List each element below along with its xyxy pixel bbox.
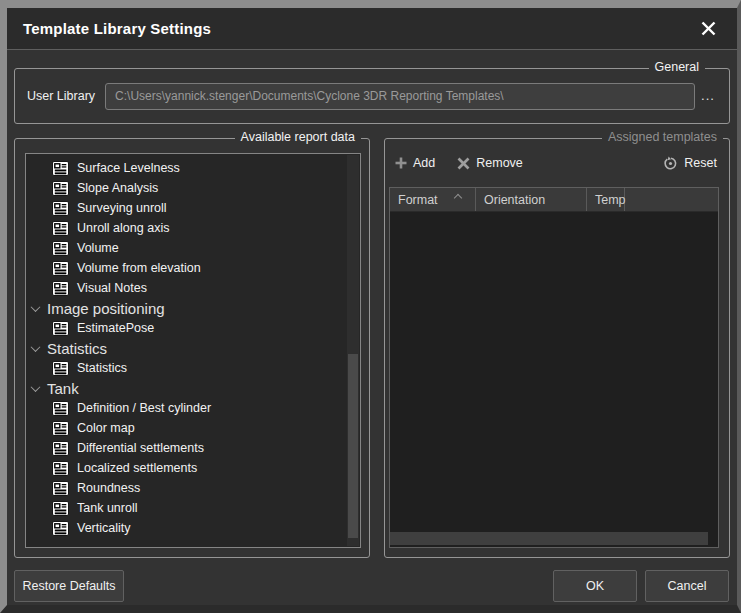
column-header-label: Orientation — [484, 193, 545, 207]
general-group: General User Library ... — [14, 68, 730, 124]
table-column-header[interactable]: Format — [390, 188, 476, 211]
tree-item-label: Volume from elevation — [77, 261, 201, 275]
x-icon — [457, 157, 470, 170]
tree-item-label: Localized settlements — [77, 461, 197, 475]
browse-button[interactable]: ... — [695, 84, 721, 108]
tree-item[interactable]: Slope Analysis — [26, 178, 360, 198]
close-button[interactable] — [695, 16, 721, 42]
report-template-icon — [52, 521, 69, 536]
reset-button[interactable]: Reset — [663, 156, 717, 171]
report-template-icon — [52, 461, 69, 476]
tree-item[interactable]: Unroll along axis — [26, 218, 360, 238]
available-report-data-legend: Available report data — [235, 130, 361, 144]
remove-button[interactable]: Remove — [457, 156, 523, 170]
tree-vertical-scrollbar[interactable] — [347, 155, 359, 546]
close-icon — [700, 20, 717, 37]
reset-button-label: Reset — [684, 156, 717, 170]
cancel-button[interactable]: Cancel — [645, 570, 729, 602]
tree-item[interactable]: EstimatePose — [26, 318, 360, 338]
chevron-down-icon — [31, 302, 41, 312]
tree-item[interactable]: Tank unroll — [26, 498, 360, 518]
tree-item-label: Verticality — [77, 521, 131, 535]
tree-item[interactable]: Surveying unroll — [26, 198, 360, 218]
report-template-icon — [52, 161, 69, 176]
tree-item-label: Statistics — [77, 361, 127, 375]
user-library-label: User Library — [27, 89, 95, 103]
assigned-templates-table: Format Orientation Temp — [389, 187, 719, 548]
sort-ascending-icon — [454, 194, 462, 202]
tree-item-label: Visual Notes — [77, 281, 147, 295]
restore-defaults-button[interactable]: Restore Defaults — [14, 570, 124, 602]
tree-item[interactable]: Color map — [26, 418, 360, 438]
chevron-down-icon — [31, 342, 41, 352]
report-template-icon — [52, 361, 69, 376]
template-library-settings-dialog: Template Library Settings General User L… — [0, 0, 741, 613]
tree-item-label: Unroll along axis — [77, 221, 169, 235]
report-template-icon — [52, 181, 69, 196]
tree-item-label: Color map — [77, 421, 135, 435]
tree-item-label: Definition / Best cylinder — [77, 401, 211, 415]
add-button-label: Add — [413, 156, 435, 170]
tree-item-label: Surveying unroll — [77, 201, 167, 215]
tree-item-label: EstimatePose — [77, 321, 154, 335]
report-template-icon — [52, 221, 69, 236]
available-report-data-group: Available report data Surface Levelness — [14, 138, 370, 558]
plus-icon — [395, 157, 407, 169]
report-template-icon — [52, 281, 69, 296]
report-data-tree[interactable]: Surface Levelness Slope Analysis — [25, 153, 361, 548]
tree-item[interactable]: Volume from elevation — [26, 258, 360, 278]
tree-item-label: Tank unroll — [77, 501, 137, 515]
table-column-header[interactable]: Orientation — [476, 188, 587, 211]
tree-group-header[interactable]: Image positioning — [26, 298, 360, 318]
report-template-icon — [52, 201, 69, 216]
tree-group-header[interactable]: Tank — [26, 378, 360, 398]
tree-scrollbar-thumb[interactable] — [348, 354, 358, 538]
tree-item-label: Differential settlements — [77, 441, 204, 455]
chevron-down-icon — [31, 382, 41, 392]
table-horizontal-scrollbar[interactable] — [390, 532, 708, 545]
assigned-templates-toolbar: Add Remove Reset — [395, 151, 717, 175]
tree-group-label: Statistics — [47, 340, 107, 357]
tree-item[interactable]: Differential settlements — [26, 438, 360, 458]
tree-group-label: Image positioning — [47, 300, 165, 317]
tree-item[interactable]: Roundness — [26, 478, 360, 498]
tree-item[interactable]: Volume — [26, 238, 360, 258]
title-bar: Template Library Settings — [7, 8, 737, 50]
tree-item[interactable]: Statistics — [26, 358, 360, 378]
table-column-header[interactable]: Temp — [587, 188, 625, 211]
report-template-icon — [52, 321, 69, 336]
tree-content: Surface Levelness Slope Analysis — [26, 154, 360, 538]
report-template-icon — [52, 241, 69, 256]
tree-item-label: Slope Analysis — [77, 181, 158, 195]
tree-item[interactable]: Surface Levelness — [26, 158, 360, 178]
add-button[interactable]: Add — [395, 156, 435, 170]
dialog-title: Template Library Settings — [23, 20, 211, 37]
report-template-icon — [52, 441, 69, 456]
table-body[interactable] — [390, 212, 718, 532]
tree-group-header[interactable]: Statistics — [26, 338, 360, 358]
remove-button-label: Remove — [476, 156, 523, 170]
table-header-row: Format Orientation Temp — [390, 188, 718, 212]
general-group-legend: General — [649, 60, 705, 74]
tree-item-label: Volume — [77, 241, 119, 255]
tree-item[interactable]: Visual Notes — [26, 278, 360, 298]
dialog-body: General User Library ... Available repor… — [7, 50, 737, 605]
tree-item[interactable]: Verticality — [26, 518, 360, 538]
tree-item-label: Roundness — [77, 481, 140, 495]
report-template-icon — [52, 481, 69, 496]
tree-item[interactable]: Definition / Best cylinder — [26, 398, 360, 418]
report-template-icon — [52, 401, 69, 416]
tree-group-label: Tank — [47, 380, 79, 397]
assigned-templates-legend: Assigned templates — [602, 130, 723, 144]
column-header-label: Temp — [595, 193, 626, 207]
user-library-path-input[interactable] — [105, 83, 695, 110]
assigned-templates-group: Assigned templates Add Remove — [384, 138, 730, 558]
report-template-icon — [52, 501, 69, 516]
tree-item-label: Surface Levelness — [77, 161, 180, 175]
tree-item[interactable]: Localized settlements — [26, 458, 360, 478]
undo-rotate-icon — [663, 156, 678, 171]
table-column-header[interactable] — [625, 188, 718, 211]
report-template-icon — [52, 421, 69, 436]
column-header-label: Format — [398, 193, 438, 207]
ok-button[interactable]: OK — [553, 570, 637, 602]
